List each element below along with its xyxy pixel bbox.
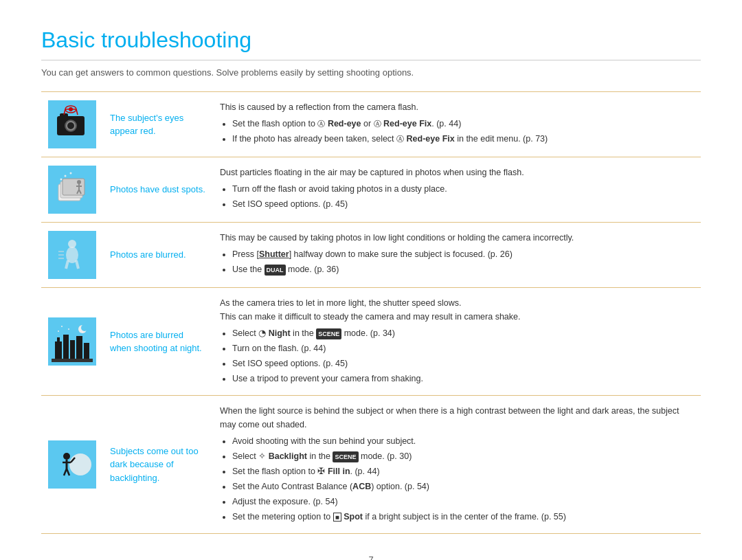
svg-rect-32 [76,336,82,359]
svg-point-41 [63,453,70,460]
svg-point-35 [81,324,88,331]
svg-rect-28 [55,341,62,359]
icon-cell [41,223,103,288]
problem-label: Photos are blurred when shooting at nigh… [103,288,213,396]
svg-rect-33 [84,343,89,359]
icon-cell [41,288,103,396]
svg-point-37 [68,328,69,330]
page-number: 7 [41,555,701,560]
problem-label: Photos have dust spots. [103,157,213,223]
description-cell: This may be caused by taking photos in l… [213,223,701,288]
svg-point-4 [67,122,74,129]
icon-cell [41,92,103,157]
description-cell: When the light source is behind the subj… [213,396,701,534]
table-row: Photos are blurred. This may be caused b… [41,223,701,288]
svg-line-45 [67,469,69,475]
svg-point-40 [69,453,91,475]
page-title: Basic troubleshooting [41,27,701,60]
svg-point-20 [60,179,63,181]
troubleshooting-table: The subject's eyesappear red. This is ca… [41,91,701,534]
icon-cell [41,396,103,534]
svg-point-18 [65,175,67,177]
row-icon [48,231,96,279]
table-row: Subjects come out too dark because of ba… [41,396,701,534]
svg-rect-30 [63,335,69,359]
problem-label: Subjects come out too dark because of ba… [103,396,213,534]
svg-point-19 [70,172,72,175]
svg-point-13 [77,180,81,184]
row-icon [48,166,96,214]
description-cell: This is caused by a reflection from the … [213,92,701,157]
table-row: Photos are blurred when shooting at nigh… [41,288,701,396]
page-subtitle: You can get answers to common questions.… [41,67,701,78]
svg-rect-31 [70,340,75,359]
svg-line-23 [66,260,68,269]
icon-cell [41,157,103,223]
description-cell: Dust particles floating in the air may b… [213,157,701,223]
table-row: The subject's eyesappear red. This is ca… [41,92,701,157]
svg-line-24 [76,260,78,269]
problem-label: The subject's eyesappear red. [103,92,213,157]
problem-label: Photos are blurred. [103,223,213,288]
svg-rect-39 [52,359,93,362]
svg-point-9 [69,107,73,111]
row-icon [48,440,96,489]
svg-point-38 [58,331,59,332]
table-row: Photos have dust spots. Dust particles f… [41,157,701,223]
row-icon [48,100,96,148]
svg-point-36 [61,326,63,327]
description-cell: As the camera tries to let in more light… [213,288,701,396]
row-icon [48,317,96,366]
svg-rect-29 [57,337,60,341]
